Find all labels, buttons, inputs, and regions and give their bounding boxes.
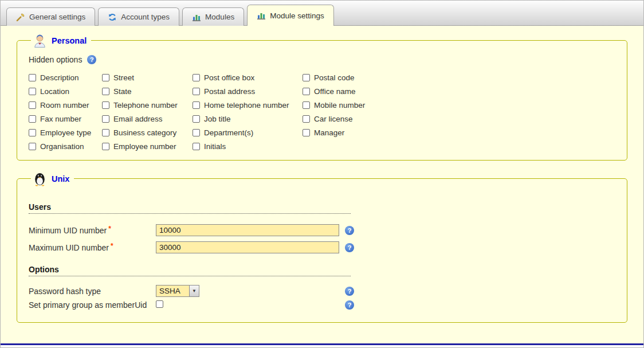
hidden-option-checkbox[interactable] xyxy=(102,129,109,136)
hidden-option-office-name[interactable]: Office name xyxy=(303,87,615,96)
hidden-option-street[interactable]: Street xyxy=(102,73,193,82)
hidden-option-checkbox[interactable] xyxy=(193,115,200,123)
hidden-option-label: Office name xyxy=(314,87,356,96)
hidden-option-room-number[interactable]: Room number xyxy=(29,101,102,110)
hidden-option-checkbox[interactable] xyxy=(193,129,200,136)
hidden-option-description[interactable]: Description xyxy=(29,73,102,82)
tab-module-settings[interactable]: Module settings xyxy=(247,5,334,26)
hidden-option-location[interactable]: Location xyxy=(29,87,102,96)
hidden-option-telephone-number[interactable]: Telephone number xyxy=(102,101,193,110)
min-uid-row: Minimum UID number * ? xyxy=(29,224,615,236)
hidden-option-home-telephone-number[interactable]: Home telephone number xyxy=(193,101,303,110)
hidden-option-checkbox[interactable] xyxy=(193,101,200,109)
hidden-option-car-license[interactable]: Car license xyxy=(303,115,615,123)
min-uid-label-text: Minimum UID number xyxy=(29,226,107,235)
hidden-option-label: Manager xyxy=(314,128,344,137)
help-icon[interactable]: ? xyxy=(345,300,354,310)
min-uid-label: Minimum UID number * xyxy=(29,226,156,235)
hidden-option-email-address[interactable]: Email address xyxy=(102,115,193,123)
tab-label: General settings xyxy=(29,13,85,21)
tab-general-settings[interactable]: General settings xyxy=(6,7,95,26)
hidden-option-label: Job title xyxy=(204,115,231,123)
password-hash-label-text: Password hash type xyxy=(29,287,101,296)
hidden-option-employee-type[interactable]: Employee type xyxy=(29,128,102,137)
hidden-option-checkbox[interactable] xyxy=(303,115,310,123)
hidden-option-checkbox[interactable] xyxy=(102,88,109,95)
hidden-option-checkbox[interactable] xyxy=(29,115,36,123)
tab-account-types[interactable]: Account types xyxy=(98,7,179,26)
hidden-option-initials[interactable]: Initials xyxy=(193,142,303,151)
hidden-option-job-title[interactable]: Job title xyxy=(193,115,303,123)
hidden-option-checkbox[interactable] xyxy=(102,74,109,81)
hidden-option-label: Employee type xyxy=(40,128,91,137)
hidden-option-post-office-box[interactable]: Post office box xyxy=(193,73,303,82)
hidden-option-department-s-[interactable]: Department(s) xyxy=(193,128,303,137)
member-uid-checkbox-cell xyxy=(156,300,345,310)
hidden-option-checkbox[interactable] xyxy=(193,88,200,95)
modules-icon xyxy=(257,11,266,20)
member-uid-label-text: Set primary group as memberUid xyxy=(29,300,147,310)
password-hash-select-cell: SSHA ▼ xyxy=(156,285,345,297)
hidden-option-label: Business category xyxy=(113,128,176,137)
tab-label: Modules xyxy=(205,13,234,21)
module-settings-panel: Personal Hidden options ? DescriptionStr… xyxy=(1,26,643,343)
hidden-option-fax-number[interactable]: Fax number xyxy=(29,115,102,123)
password-hash-select[interactable]: SSHA ▼ xyxy=(156,285,199,297)
max-uid-label: Maximum UID number * xyxy=(29,243,156,252)
tux-penguin-icon xyxy=(32,171,48,186)
hidden-option-checkbox[interactable] xyxy=(303,101,310,109)
hidden-option-checkbox[interactable] xyxy=(303,74,310,81)
password-hash-row: Password hash type SSHA ▼ ? xyxy=(29,285,615,297)
password-hash-value: SSHA xyxy=(156,287,189,295)
hidden-option-state[interactable]: State xyxy=(102,87,193,96)
hidden-option-employee-number[interactable]: Employee number xyxy=(102,142,193,151)
help-icon[interactable]: ? xyxy=(345,226,354,235)
unix-legend-label: Unix xyxy=(52,174,69,183)
hidden-option-checkbox[interactable] xyxy=(102,101,109,109)
options-section-label: Options xyxy=(29,265,59,274)
hidden-option-mobile-number[interactable]: Mobile number xyxy=(303,101,615,110)
hidden-option-label: Telephone number xyxy=(113,101,178,110)
hidden-option-checkbox[interactable] xyxy=(303,88,310,95)
member-uid-checkbox[interactable] xyxy=(156,300,163,308)
tab-label: Account types xyxy=(121,13,170,21)
hidden-option-label: Initials xyxy=(204,142,226,151)
unix-legend: Unix xyxy=(31,171,74,186)
max-uid-input[interactable] xyxy=(156,241,339,253)
password-hash-label: Password hash type xyxy=(29,287,156,296)
hidden-option-checkbox[interactable] xyxy=(29,88,36,95)
max-uid-input-cell xyxy=(156,241,345,253)
hidden-option-label: Postal address xyxy=(204,87,255,96)
users-section-title: Users xyxy=(29,202,351,214)
hidden-option-postal-address[interactable]: Postal address xyxy=(193,87,303,96)
tab-label: Module settings xyxy=(270,11,324,20)
hidden-option-label: Location xyxy=(40,87,69,96)
hidden-option-checkbox[interactable] xyxy=(193,74,200,81)
hidden-option-label: Home telephone number xyxy=(204,101,289,110)
hidden-option-manager[interactable]: Manager xyxy=(303,128,615,137)
hidden-option-label: Room number xyxy=(40,101,89,110)
tab-modules[interactable]: Modules xyxy=(182,7,244,26)
help-icon[interactable]: ? xyxy=(345,243,354,252)
hidden-option-postal-code[interactable]: Postal code xyxy=(303,73,615,82)
required-marker: * xyxy=(111,242,113,250)
hidden-option-checkbox[interactable] xyxy=(303,129,310,136)
hidden-option-checkbox[interactable] xyxy=(102,115,109,123)
hidden-option-checkbox[interactable] xyxy=(29,101,36,109)
hidden-option-organisation[interactable]: Organisation xyxy=(29,142,102,151)
help-icon[interactable]: ? xyxy=(345,287,354,296)
hidden-option-business-category[interactable]: Business category xyxy=(102,128,193,137)
hidden-option-checkbox[interactable] xyxy=(193,143,200,150)
hidden-options-label: Hidden options xyxy=(29,55,82,64)
hidden-option-checkbox[interactable] xyxy=(29,74,36,81)
hidden-option-checkbox[interactable] xyxy=(102,143,109,150)
help-icon[interactable]: ? xyxy=(87,55,96,64)
hidden-option-checkbox[interactable] xyxy=(29,143,36,150)
hidden-option-label: Mobile number xyxy=(314,101,365,110)
bottom-strip xyxy=(1,345,643,347)
min-uid-input[interactable] xyxy=(156,224,339,236)
member-uid-label: Set primary group as memberUid xyxy=(29,300,156,310)
hidden-option-label: Email address xyxy=(113,115,163,123)
sync-icon xyxy=(108,13,117,22)
hidden-option-checkbox[interactable] xyxy=(29,129,36,136)
